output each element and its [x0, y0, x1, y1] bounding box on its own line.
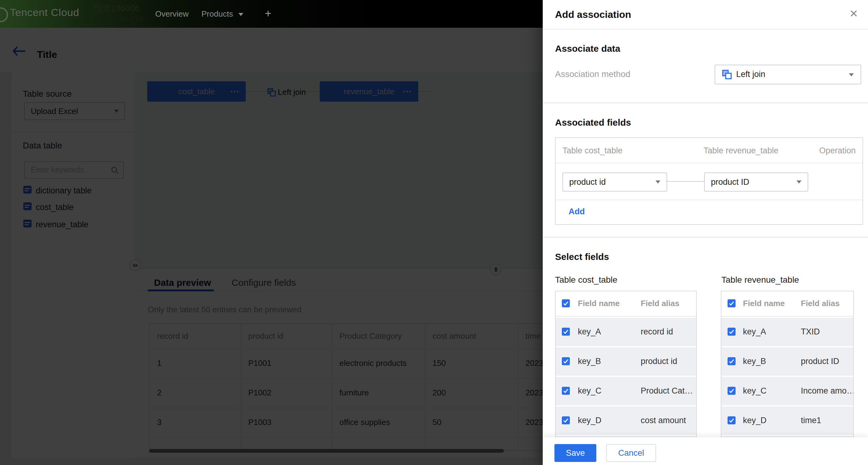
tencent-cloud-logo-icon — [0, 7, 8, 22]
field-name: key_C — [578, 386, 601, 396]
field-connector-line — [666, 181, 704, 182]
cost-table-field-list: Field name Field alias key_A record id k… — [555, 291, 697, 438]
app-root: Tencent Cloud 预览186006 ac77010450 Overvi… — [0, 0, 868, 465]
field-name: key_B — [578, 356, 601, 367]
field-name: key_D — [743, 416, 767, 426]
field-alias: product id — [641, 356, 677, 367]
chevron-down-icon — [849, 73, 854, 76]
field-alias: TXID — [801, 327, 820, 337]
association-method-value: Left join — [736, 70, 766, 80]
field-list-header: Field name Field alias — [556, 291, 696, 316]
row-checkbox[interactable] — [727, 357, 736, 365]
select-all-checkbox[interactable] — [727, 299, 736, 307]
field-name: key_B — [743, 356, 766, 367]
preview-watermark: 预览186006 ac77010450 — [94, 4, 145, 23]
field-row: key_B product id — [556, 346, 696, 376]
field-row: key_C Income amo… — [721, 376, 853, 405]
row-checkbox[interactable] — [727, 328, 736, 336]
row-checkbox[interactable] — [562, 357, 570, 365]
col-header-revenue-table: Table revenue_table — [704, 146, 778, 156]
field-alias: record id — [641, 327, 673, 337]
modal-backdrop[interactable] — [0, 28, 543, 465]
nav-overview[interactable]: Overview — [155, 0, 188, 28]
col-header-cost-table: Table cost_table — [562, 146, 622, 156]
left-table-title: Table cost_table — [555, 275, 617, 285]
associated-fields-heading: Associated fields — [555, 117, 631, 128]
nav-products[interactable]: Products — [202, 0, 243, 28]
nav-products-label: Products — [202, 9, 233, 19]
field-row: key_D cost amount — [556, 405, 696, 435]
field-alias-column-header: Field alias — [801, 299, 840, 309]
drawer-footer: Save Cancel — [543, 437, 868, 465]
chevron-down-icon — [239, 13, 243, 16]
field-row: key_A record id — [556, 316, 696, 346]
field-alias: Product Cat… — [641, 386, 693, 396]
field-alias: Income amo… — [801, 386, 854, 396]
save-button[interactable]: Save — [554, 444, 596, 462]
nav-add-tab-button[interactable]: + — [265, 0, 271, 28]
row-checkbox[interactable] — [562, 328, 570, 336]
chevron-down-icon — [797, 181, 802, 184]
col-header-operation: Operation — [819, 146, 856, 156]
association-method-label: Association method — [555, 69, 630, 80]
tencent-cloud-logo[interactable]: Tencent Cloud — [10, 7, 79, 19]
field-alias: cost amount — [641, 416, 686, 426]
close-icon[interactable]: ✕ — [849, 8, 859, 20]
field-name: key_D — [578, 416, 601, 426]
field-row: key_A TXID — [721, 316, 853, 346]
field-row: key_D time1 — [721, 405, 853, 435]
select-fields-heading: Select fields — [555, 251, 609, 262]
association-method-select[interactable]: Left join — [715, 65, 861, 84]
row-checkbox[interactable] — [562, 387, 570, 395]
cancel-button[interactable]: Cancel — [606, 444, 656, 462]
drawer-header-divider — [543, 29, 868, 30]
select-all-checkbox[interactable] — [562, 299, 570, 307]
left-field-select[interactable]: product id — [562, 173, 667, 191]
row-checkbox[interactable] — [727, 416, 736, 424]
left-field-value: product id — [569, 177, 606, 187]
field-alias-column-header: Field alias — [641, 299, 680, 309]
right-field-select[interactable]: product ID — [704, 173, 808, 191]
field-row: key_B product ID — [721, 346, 853, 376]
field-name: key_A — [743, 327, 766, 337]
section-divider — [543, 237, 868, 238]
row-checkbox[interactable] — [727, 387, 736, 395]
revenue-table-field-list: Field name Field alias key_A TXID key_B … — [721, 291, 854, 438]
field-alias: product ID — [801, 356, 839, 367]
right-table-title: Table revenue_table — [721, 275, 799, 285]
add-association-drawer: Add association ✕ Associate data Associa… — [543, 0, 868, 465]
field-row: key_C Product Cat… — [556, 376, 696, 405]
field-list-header: Field name Field alias — [721, 291, 853, 316]
field-name: key_C — [743, 386, 767, 396]
field-name: key_A — [578, 327, 601, 337]
section-divider — [543, 102, 868, 103]
row-checkbox[interactable] — [562, 416, 570, 424]
box-divider — [556, 163, 863, 163]
watermark-line1: 预览186006 — [94, 4, 145, 12]
drawer-title: Add association — [555, 9, 631, 20]
field-name-column-header: Field name — [578, 299, 620, 309]
field-alias: time1 — [801, 416, 821, 426]
left-join-icon — [722, 70, 732, 82]
associate-data-heading: Associate data — [555, 43, 620, 54]
watermark-line2: ac77010450 — [94, 16, 145, 23]
associated-fields-box: Table cost_table Table revenue_table Ope… — [555, 137, 863, 225]
add-association-row-link[interactable]: Add — [568, 207, 585, 217]
chevron-down-icon — [655, 181, 660, 184]
right-field-value: product ID — [711, 177, 749, 187]
box-divider — [556, 199, 863, 200]
field-name-column-header: Field name — [743, 299, 785, 309]
